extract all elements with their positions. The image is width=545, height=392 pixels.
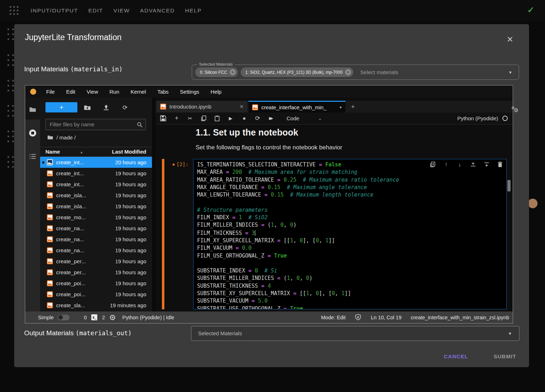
file-row[interactable]: create_na...19 hours ago <box>40 223 152 234</box>
new-launcher-button[interactable]: + <box>45 102 77 112</box>
cell-type-select[interactable]: Code <box>287 115 299 121</box>
chevron-down-icon[interactable]: ▼ <box>508 70 512 74</box>
move-cell-down-icon[interactable]: ↓ <box>457 161 463 167</box>
material-chip-label: 1: SiO2, Quartz, HEX (P3_121) 3D (Bulk),… <box>245 70 343 75</box>
column-name[interactable]: Name <box>45 147 60 156</box>
transformation-settings-icon[interactable]: ⚙⚙ <box>511 106 520 114</box>
code-line: FILM_XY_SUPERCELL_MATRIX = [[1, 0], [0, … <box>197 237 506 244</box>
file-row[interactable]: create_per...19 hours ago <box>40 256 152 267</box>
restart-kernel-icon[interactable]: ⟳ <box>255 115 261 121</box>
jupyter-menu-item[interactable]: Run <box>104 89 125 95</box>
column-last-modified[interactable]: Last Modified <box>112 147 146 156</box>
restart-run-all-icon[interactable]: ▶▶ <box>268 115 274 121</box>
file-row[interactable]: create_poi...19 hours ago <box>40 278 152 289</box>
delete-cell-icon[interactable] <box>497 161 503 167</box>
app-menu-item[interactable]: INPUT/OUTPUT <box>31 7 78 14</box>
tab-create-interface[interactable]: create_interface_with_min_ ● <box>249 101 345 112</box>
new-folder-icon[interactable] <box>84 104 91 111</box>
app-menu-item[interactable]: ADVANCED <box>140 7 175 14</box>
notebook-file-icon <box>47 280 53 286</box>
jupyter-menu-item[interactable]: Kernel <box>125 89 152 95</box>
filter-files-input[interactable]: Filter files by name <box>45 119 146 130</box>
code-line: SUBSTRATE_VACUUM = 5.0 <box>197 297 506 305</box>
app-top-bar: INPUT/OUTPUTEDITVIEWADVANCEDHELP ✓ <box>0 0 545 21</box>
kernel-name[interactable]: Python (Pyodide) <box>457 115 498 121</box>
file-list-header[interactable]: Name ▲ Last Modified <box>40 147 152 157</box>
jupyter-status-bar: Simple 0 $_ 2 Python (Pyodide) | Idle Mo… <box>25 311 513 323</box>
copy-cells-icon[interactable] <box>201 115 207 121</box>
running-kernels-tab-icon[interactable] <box>29 129 36 137</box>
save-icon[interactable] <box>160 115 166 121</box>
file-modified-time: 19 hours ago <box>115 212 146 223</box>
notebook-file-icon <box>47 302 53 308</box>
new-tab-button[interactable]: + <box>348 101 358 112</box>
file-row[interactable]: create_na...19 hours ago <box>40 234 152 245</box>
file-row[interactable]: create_int...20 hours ago <box>40 157 152 168</box>
refresh-icon[interactable]: ⟳ <box>121 104 129 111</box>
simple-mode-toggle[interactable] <box>58 315 70 320</box>
notebook-tab-bar: Introduction.ipynb ✕ create_interface_wi… <box>156 101 513 112</box>
jupyter-menu-item[interactable]: Settings <box>174 89 205 95</box>
add-cell-icon[interactable]: + <box>174 115 180 121</box>
insert-cell-above-icon[interactable] <box>470 161 476 167</box>
app-menu-item[interactable]: VIEW <box>113 7 130 14</box>
chip-remove-icon[interactable]: ✕ <box>345 69 351 75</box>
file-row[interactable]: create_sla...19 minutes ago <box>40 300 152 311</box>
insert-cell-below-icon[interactable] <box>484 161 490 167</box>
tab-close-icon[interactable]: ✕ <box>240 104 244 109</box>
cancel-button[interactable]: CANCEL <box>440 350 472 362</box>
code-cell-editor[interactable]: IS_TERMINATIONS_SELECTION_INTERACTIVE = … <box>193 159 507 309</box>
duplicate-cell-icon[interactable] <box>430 161 436 167</box>
stop-kernel-icon[interactable]: ■ <box>241 115 247 121</box>
output-materials-label: Output Materials (materials_out) <box>24 329 132 337</box>
output-materials-select[interactable]: Selected Materials ▼ <box>191 326 519 341</box>
breadcrumb[interactable]: / made / <box>47 134 76 140</box>
kernel-chip-icon <box>109 314 116 321</box>
move-cell-up-icon[interactable]: ↑ <box>443 161 449 167</box>
app-menu-item[interactable]: HELP <box>185 7 202 14</box>
paste-cells-icon[interactable] <box>214 115 220 121</box>
submit-button[interactable]: SUBMIT <box>490 350 520 362</box>
chip-remove-icon[interactable]: ✕ <box>230 69 236 75</box>
material-chip[interactable]: 1: SiO2, Quartz, HEX (P3_121) 3D (Bulk),… <box>241 67 353 77</box>
run-cell-icon[interactable]: ▶ <box>228 115 234 121</box>
editor-mode[interactable]: Mode: Edit <box>321 315 345 320</box>
jupyter-menu-item[interactable]: File <box>40 89 60 95</box>
file-row[interactable]: create_poi...19 hours ago <box>40 289 152 300</box>
search-icon <box>137 122 143 128</box>
file-list: create_int...20 hours agocreate_int...19… <box>40 157 152 311</box>
selected-materials-field[interactable]: Selected Materials 0: Silicon FCC✕1: SiO… <box>192 65 519 80</box>
code-line: FILM_THICKNESS = 3 <box>197 229 506 237</box>
text-cursor <box>255 230 255 236</box>
terminal-count[interactable]: 0 <box>84 315 87 320</box>
file-row[interactable]: create_na...19 hours ago <box>40 245 152 256</box>
chevron-down-icon[interactable]: ⌄ <box>318 116 322 121</box>
jupyter-menu-item[interactable]: Tabs <box>152 89 174 95</box>
cut-cells-icon[interactable]: ✂ <box>187 115 193 121</box>
table-of-contents-tab-icon[interactable] <box>29 153 36 160</box>
notebook-scrollbar-thumb[interactable] <box>507 180 511 192</box>
upload-icon[interactable] <box>103 104 110 111</box>
kernel-count[interactable]: 2 <box>102 315 105 320</box>
jupyter-menu-item[interactable]: Edit <box>60 89 81 95</box>
file-browser-tab-icon[interactable] <box>29 106 36 113</box>
file-row[interactable]: create_int...19 hours ago <box>40 168 152 179</box>
app-menu-item[interactable]: EDIT <box>88 7 103 14</box>
file-row[interactable]: create_int...19 hours ago <box>40 179 152 190</box>
dialog-title: JupyterLite Transformation <box>25 33 121 42</box>
dialog-close-icon[interactable]: ✕ <box>507 35 513 44</box>
jupyter-menu-item[interactable]: Help <box>205 89 227 95</box>
active-cell-collapser[interactable] <box>162 159 164 309</box>
panel-split-handle[interactable] <box>152 98 156 311</box>
file-modified-time: 19 hours ago <box>115 190 146 201</box>
cursor-position[interactable]: Ln 10, Col 19 <box>371 315 401 320</box>
material-chip[interactable]: 0: Silicon FCC✕ <box>195 67 238 77</box>
jupyter-menu-item[interactable]: View <box>81 89 104 95</box>
file-row[interactable]: create_per...19 hours ago <box>40 267 152 278</box>
file-row[interactable]: create_isla...19 hours ago <box>40 190 152 201</box>
code-line <box>197 199 506 206</box>
kernel-status-text[interactable]: Python (Pyodide) | Idle <box>122 315 174 320</box>
file-row[interactable]: create_mo...19 hours ago <box>40 212 152 223</box>
file-row[interactable]: create_isla...19 hours ago <box>40 201 152 212</box>
tab-introduction[interactable]: Introduction.ipynb ✕ <box>157 101 247 112</box>
